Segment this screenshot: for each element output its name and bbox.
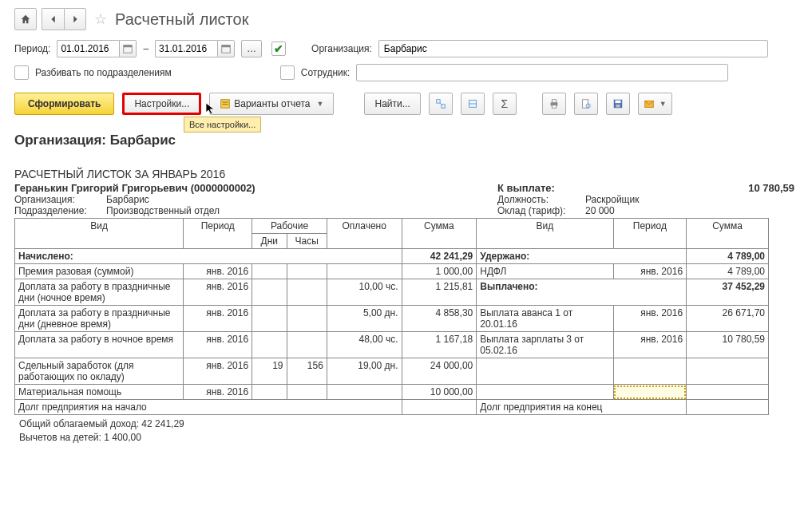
info-sal-label: Оклад (тариф): [497,205,585,216]
cell [327,385,402,400]
save-button[interactable] [606,93,630,115]
debt-end: Долг предприятия на конец [477,400,687,415]
split-check[interactable] [14,65,29,80]
cell: Доплата за работу в праздничные дни (ноч… [15,279,184,306]
cell: Выплата зарплаты 3 от 05.02.16 [477,332,613,358]
chevron-down-icon: ▼ [660,100,667,108]
svg-rect-3 [222,45,231,48]
th-sum2: Сумма [687,219,769,249]
org-input[interactable] [378,40,768,57]
split-label: Разбивать по подразделениям [35,67,172,78]
cell: янв. 2016 [184,279,252,306]
cell: Доплата за работу в ночное время [15,332,184,358]
date-to-input[interactable] [155,40,217,57]
cell: 1 000,00 [402,264,477,279]
period-ellipsis-button[interactable]: … [241,40,262,57]
cell: янв. 2016 [613,306,686,332]
svg-rect-6 [223,104,228,105]
favorite-icon[interactable]: ☆ [94,10,107,28]
calendar-icon [220,43,232,54]
arrow-right-icon [69,14,81,25]
cell [252,279,287,306]
th-paid: Оплачено [327,219,402,249]
cell [477,358,613,385]
mail-button[interactable]: ▼ [638,93,672,115]
cell: янв. 2016 [184,332,252,358]
cell: 19 [252,358,287,385]
print-button[interactable] [542,93,566,115]
info-org-label: Организация: [14,194,106,205]
generate-button[interactable]: Сформировать [14,93,114,115]
cell [687,400,769,415]
emp-input[interactable] [356,64,728,81]
page-title: Расчетный листок [115,10,248,29]
emp-check[interactable] [280,65,295,80]
cell: янв. 2016 [184,358,252,385]
cell [252,306,287,332]
payslip-table: Вид Период Рабочие Оплачено Сумма Вид Пе… [14,218,769,415]
back-button[interactable] [42,8,64,30]
svg-rect-17 [616,105,620,108]
sum-button[interactable]: Σ [493,93,517,115]
variants-button[interactable]: Варианты отчета ▼ [209,93,334,115]
find-button[interactable]: Найти... [364,93,420,115]
th-vid: Вид [15,219,184,249]
collapse-button[interactable] [461,93,485,115]
date-from-cal-button[interactable] [119,40,137,57]
forward-button[interactable] [64,8,86,30]
cell [252,332,287,358]
svg-rect-12 [552,105,556,109]
info-org-value: Барбарис [106,194,149,205]
pay-value: 10 780,59 [748,182,802,194]
cell [402,400,477,415]
arrow-left-icon [48,14,59,25]
expand-button[interactable] [429,93,453,115]
employee-name: Геранькин Григорий Григорьевич (00000000… [14,182,497,194]
cell [287,306,327,332]
cell: янв. 2016 [184,385,252,400]
svg-rect-11 [552,100,556,103]
cell: 26 671,70 [687,306,769,332]
th-vid2: Вид [477,219,613,249]
cell: 156 [287,358,327,385]
date-to-cal-button[interactable] [217,40,235,57]
cell [252,264,287,279]
info-pos-value: Раскройщик [585,194,639,205]
paid-section-label: Выплачено: [477,279,687,306]
svg-rect-16 [615,101,620,104]
cell: 10,00 чс. [327,279,402,306]
date-from-input[interactable] [57,40,119,57]
th-work: Рабочие [252,219,327,234]
check-icon: ✔ [274,42,283,55]
svg-rect-1 [124,45,133,48]
period-label: Период: [14,43,50,54]
settings-tooltip: Все настройки... [184,117,261,132]
cell: янв. 2016 [184,306,252,332]
cell [327,264,402,279]
sigma-icon: Σ [501,97,508,110]
accrued-value: 42 241,29 [402,249,477,264]
collapse-icon [467,98,478,109]
cell: Выплата аванса 1 от 20.01.16 [477,306,613,332]
cell: Сдельный заработок (для работающих по ок… [15,358,184,385]
cell: Доплата за работу в праздничные дни (дне… [15,306,184,332]
cell [687,385,769,400]
svg-rect-7 [436,100,439,103]
cell [613,358,686,385]
settings-button[interactable]: Настройки... [122,93,201,115]
chevron-down-icon: ▼ [317,100,324,108]
info-pos-label: Должность: [497,194,585,205]
taxable-income: Общий облагаемый доход: 42 241,29 [16,418,188,430]
child-deductions: Вычетов на детей: 1 400,00 [16,432,188,444]
org-label: Организация: [311,43,372,54]
preview-button[interactable] [574,93,598,115]
cell: 10 000,00 [402,385,477,400]
document-preview-icon [580,98,592,109]
selected-cell[interactable] [613,385,686,400]
cell: янв. 2016 [613,332,686,358]
th-hours: Часы [287,234,327,249]
settings-button-label: Настройки... [134,98,189,109]
period-check[interactable]: ✔ [271,42,286,56]
home-button[interactable] [14,8,37,30]
debt-start: Долг предприятия на начало [15,400,402,415]
